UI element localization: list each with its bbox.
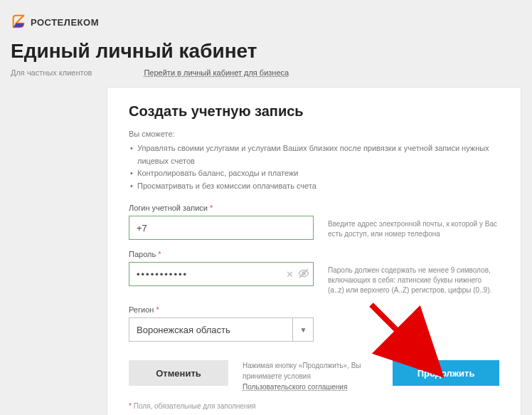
logo-icon bbox=[11, 14, 26, 30]
brand-name: РОСТЕЛЕКОМ bbox=[31, 17, 99, 28]
password-hint: Пароль должен содержать не менее 9 симво… bbox=[328, 250, 499, 295]
terms-link[interactable]: Пользовательского соглашения bbox=[243, 383, 347, 391]
list-item: Просматривать и без комиссии оплачивать … bbox=[129, 180, 499, 193]
eye-off-icon[interactable] bbox=[298, 268, 309, 281]
business-cabinet-link[interactable]: Перейти в личный кабинет для бизнеса bbox=[144, 68, 289, 77]
login-hint: Введите адрес электронной почты, к котор… bbox=[328, 204, 499, 239]
continue-button[interactable]: Продолжить bbox=[393, 360, 499, 386]
page-title: Единый личный кабинет bbox=[11, 40, 532, 63]
region-label: Регион * bbox=[129, 305, 314, 314]
password-label: Пароль * bbox=[129, 250, 314, 258]
brand-logo: РОСТЕЛЕКОМ bbox=[11, 14, 532, 30]
audience-label: Для частных клиентов bbox=[11, 68, 92, 77]
clear-icon[interactable]: ✕ bbox=[286, 269, 294, 280]
card-title: Создать учетную запись bbox=[129, 103, 499, 120]
cancel-button[interactable]: Отменить bbox=[129, 360, 228, 386]
card-subtitle: Вы сможете: bbox=[129, 130, 499, 138]
list-item: Управлять своими услугами и услугами Ваш… bbox=[129, 142, 499, 167]
login-input[interactable] bbox=[129, 216, 314, 240]
region-select[interactable] bbox=[129, 317, 314, 342]
list-item: Контролировать баланс, расходы и платежи bbox=[129, 167, 499, 180]
benefits-list: Управлять своими услугами и услугами Ваш… bbox=[129, 142, 499, 192]
signup-card: Создать учетную запись Вы сможете: Управ… bbox=[107, 87, 521, 415]
login-label: Логин учетной записи * bbox=[129, 204, 314, 212]
terms-text: Нажимая кнопку «Продолжить», Вы принимае… bbox=[243, 360, 371, 392]
required-footnote: * Поля, обязательные для заполнения bbox=[129, 402, 499, 410]
